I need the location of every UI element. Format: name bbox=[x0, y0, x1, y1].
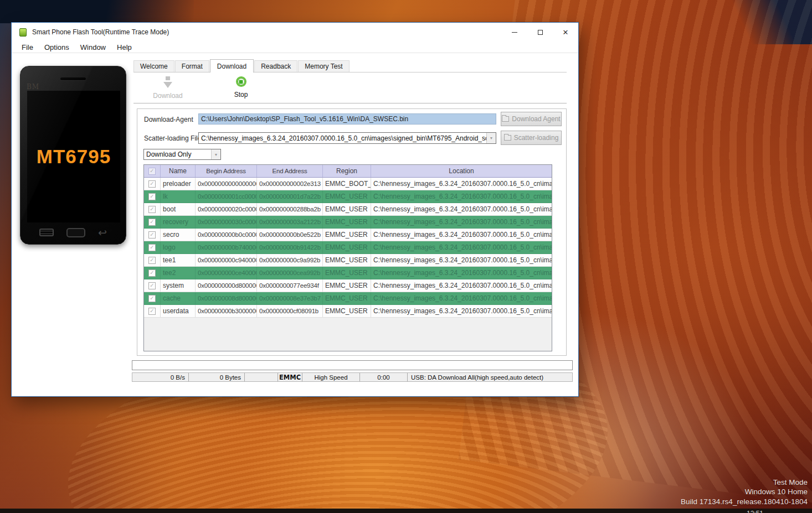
menu-window[interactable]: Window bbox=[75, 43, 111, 51]
chevron-down-icon[interactable] bbox=[486, 133, 496, 143]
tab-welcome[interactable]: Welcome bbox=[133, 60, 174, 72]
cell-name: cache bbox=[161, 292, 196, 304]
chevron-down-icon[interactable] bbox=[211, 149, 220, 159]
cell-region: EMMC_USER bbox=[323, 292, 371, 304]
folder-icon bbox=[504, 135, 511, 141]
table-row[interactable]: system 0x000000000d800000 0x0000000077ee… bbox=[144, 279, 552, 292]
column-begin-address[interactable]: Begin Address bbox=[196, 165, 257, 177]
row-checkbox[interactable] bbox=[148, 219, 156, 226]
cell-end-address: 0x0000000077ee934f bbox=[257, 279, 323, 292]
watermark-line: Test Mode bbox=[681, 478, 808, 488]
table-row[interactable]: tee1 0x000000000c940000 0x000000000c9a99… bbox=[144, 254, 552, 267]
status-bytes: 0 Bytes bbox=[189, 373, 245, 381]
row-checkbox[interactable] bbox=[148, 308, 156, 315]
download-agent-button[interactable]: Download Agent bbox=[501, 112, 562, 126]
tab-download[interactable]: Download bbox=[210, 59, 254, 72]
table-row[interactable]: logo 0x000000000b740000 0x000000000b9142… bbox=[144, 241, 552, 254]
cell-name: boot bbox=[161, 203, 196, 215]
table-row[interactable]: lk 0x0000000001cc0000 0x0000000001d7a22b… bbox=[144, 190, 552, 203]
table-row[interactable]: boot 0x00000000020c0000 0x000000000288ba… bbox=[144, 203, 552, 216]
close-button[interactable]: ✕ bbox=[553, 23, 578, 42]
stop-button-label: Stop bbox=[219, 91, 263, 99]
menu-nav-icon bbox=[39, 229, 54, 236]
tab-format[interactable]: Format bbox=[175, 60, 209, 72]
row-checkbox[interactable] bbox=[148, 282, 156, 289]
row-checkbox[interactable] bbox=[148, 270, 156, 277]
row-checkbox[interactable] bbox=[148, 244, 156, 251]
table-row[interactable]: userdata 0x00000000b3000000 0x00000000cf… bbox=[144, 305, 552, 318]
row-checkbox[interactable] bbox=[148, 295, 156, 302]
cell-end-address: 0x000000000288ba2b bbox=[257, 203, 323, 215]
row-checkbox[interactable] bbox=[148, 180, 156, 188]
titlebar[interactable]: Smart Phone Flash Tool(Runtime Trace Mod… bbox=[12, 23, 578, 42]
cell-name: tee1 bbox=[161, 254, 196, 266]
row-checkbox[interactable] bbox=[148, 257, 156, 264]
cell-location: C:\hennessy_images_6.3.24_20160307.0000.… bbox=[371, 229, 552, 241]
taskbar[interactable]: 12:51 bbox=[0, 509, 812, 513]
status-speed: 0 B/s bbox=[132, 373, 189, 381]
watermark-line: Build 17134.rs4_release.180410-1804 bbox=[681, 497, 808, 507]
table-row[interactable]: secro 0x000000000b0c0000 0x000000000b0e5… bbox=[144, 229, 552, 241]
cell-location: C:\hennessy_images_6.3.24_20160307.0000.… bbox=[371, 279, 552, 292]
row-checkbox[interactable] bbox=[148, 193, 156, 200]
cell-name: logo bbox=[161, 241, 196, 253]
download-agent-label: Download-Agent bbox=[144, 116, 193, 123]
table-row[interactable]: tee2 0x000000000ce40000 0x000000000cea99… bbox=[144, 267, 552, 279]
menu-help[interactable]: Help bbox=[111, 43, 137, 51]
minimize-button[interactable] bbox=[502, 23, 527, 42]
download-button-label: Download bbox=[146, 92, 190, 100]
tab-memory-test[interactable]: Memory Test bbox=[298, 60, 349, 72]
cell-end-address: 0x000000000002e313 bbox=[257, 178, 323, 190]
scatter-loading-button[interactable]: Scatter-loading bbox=[501, 131, 562, 145]
stop-button[interactable]: Stop bbox=[219, 76, 263, 102]
column-location[interactable]: Location bbox=[371, 165, 552, 177]
column-end-address[interactable]: End Address bbox=[257, 165, 323, 177]
cell-region: EMMC_USER bbox=[323, 279, 371, 292]
phone-brand-label: BM bbox=[27, 83, 39, 91]
cell-end-address: 0x0000000001d7a22b bbox=[257, 190, 323, 203]
cell-begin-address: 0x000000000b740000 bbox=[196, 241, 257, 253]
column-region[interactable]: Region bbox=[323, 165, 371, 177]
column-name[interactable]: Name bbox=[161, 165, 196, 177]
cell-region: EMMC_USER bbox=[323, 190, 371, 203]
phone-speaker bbox=[60, 77, 86, 80]
cell-region: EMMC_USER bbox=[323, 267, 371, 279]
download-agent-field[interactable]: C:\Users\John\Desktop\SP_Flash_Tool_v5.1… bbox=[198, 113, 496, 125]
cell-end-address: 0x0000000003a2122b bbox=[257, 216, 323, 228]
phone-nav-bar: ↪ bbox=[20, 225, 126, 240]
cell-name: userdata bbox=[161, 305, 196, 317]
cell-region: EMMC_USER bbox=[323, 203, 371, 215]
scatter-file-label: Scatter-loading File bbox=[144, 134, 201, 142]
row-checkbox[interactable] bbox=[148, 231, 156, 239]
status-empty bbox=[245, 373, 278, 381]
cell-begin-address: 0x0000000000000000 bbox=[196, 178, 257, 190]
cell-region: EMMC_USER bbox=[323, 216, 371, 228]
window-title: Smart Phone Flash Tool(Runtime Trace Mod… bbox=[32, 28, 169, 36]
cell-location: C:\hennessy_images_6.3.24_20160307.0000.… bbox=[371, 178, 552, 190]
tab-readback[interactable]: Readback bbox=[254, 60, 297, 72]
watermark-line: Windows 10 Home bbox=[681, 487, 808, 497]
app-icon bbox=[19, 28, 27, 37]
menu-file[interactable]: File bbox=[16, 43, 39, 51]
row-checkbox[interactable] bbox=[148, 206, 156, 213]
maximize-button[interactable] bbox=[527, 23, 553, 42]
select-all-checkbox[interactable] bbox=[148, 168, 156, 175]
table-row[interactable]: recovery 0x00000000030c0000 0x0000000003… bbox=[144, 216, 552, 229]
chip-name-label: MT6795 bbox=[37, 146, 111, 168]
cell-name: system bbox=[161, 279, 196, 292]
download-arrow-icon bbox=[166, 76, 170, 80]
taskbar-clock[interactable]: 12:51 bbox=[747, 510, 763, 513]
phone-graphic: BM MT6795 ↪ bbox=[20, 66, 126, 245]
cell-begin-address: 0x000000000b0c0000 bbox=[196, 229, 257, 241]
partition-table: Name Begin Address End Address Region Lo… bbox=[143, 164, 552, 351]
scatter-file-combo[interactable]: C:\hennessy_images_6.3.24_20160307.0000.… bbox=[198, 132, 496, 144]
windows-watermark: Test Mode Windows 10 Home Build 17134.rs… bbox=[681, 478, 808, 507]
table-row[interactable]: cache 0x000000008d800000 0x000000008e37e… bbox=[144, 292, 552, 305]
mode-select[interactable]: Download Only bbox=[143, 149, 221, 160]
progress-bar bbox=[132, 360, 573, 370]
maximize-icon bbox=[538, 30, 543, 35]
table-row[interactable]: preloader 0x0000000000000000 0x000000000… bbox=[144, 178, 552, 190]
menu-options[interactable]: Options bbox=[39, 43, 75, 51]
download-button[interactable]: Download bbox=[146, 76, 190, 102]
cell-location: C:\hennessy_images_6.3.24_20160307.0000.… bbox=[371, 190, 552, 203]
